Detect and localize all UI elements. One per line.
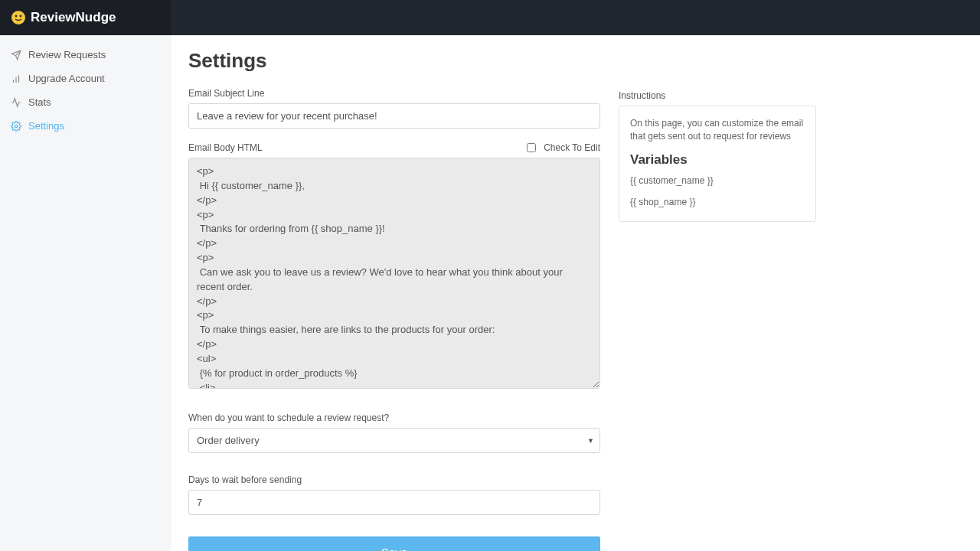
- sidebar-item-settings[interactable]: Settings: [0, 114, 172, 138]
- body-textarea[interactable]: [188, 158, 600, 389]
- schedule-select[interactable]: Order delivery: [188, 428, 600, 453]
- days-label: Days to wait before sending: [188, 474, 600, 485]
- sidebar-item-review-requests[interactable]: Review Requests: [0, 43, 172, 67]
- send-icon: [11, 50, 21, 60]
- svg-point-0: [11, 11, 25, 24]
- sidebar-item-label: Settings: [28, 120, 64, 132]
- sidebar-item-stats[interactable]: Stats: [0, 90, 172, 114]
- body-label: Email Body HTML: [188, 142, 263, 153]
- svg-point-2: [20, 15, 22, 18]
- page-title: Settings: [188, 49, 600, 73]
- sidebar: Review Requests Upgrade Account Stats Se…: [0, 35, 172, 551]
- sidebar-item-upgrade-account[interactable]: Upgrade Account: [0, 67, 172, 90]
- logo-icon: [11, 10, 26, 25]
- activity-icon: [11, 97, 21, 108]
- instructions-heading: Instructions: [619, 90, 816, 101]
- variables-heading: Variables: [630, 152, 805, 168]
- gear-icon: [11, 121, 21, 132]
- sidebar-item-label: Upgrade Account: [28, 73, 105, 84]
- variable-item: {{ customer_name }}: [630, 175, 805, 186]
- subject-input[interactable]: [188, 103, 600, 129]
- instructions-text: On this page, you can customize the emai…: [630, 117, 805, 143]
- subject-label: Email Subject Line: [188, 88, 600, 99]
- svg-point-1: [15, 15, 18, 18]
- logo-region[interactable]: ReviewNudge: [0, 0, 172, 35]
- topbar: ReviewNudge: [0, 0, 980, 35]
- check-to-edit-checkbox[interactable]: [527, 143, 536, 152]
- main-content: Settings Email Subject Line Email Body H…: [172, 35, 980, 551]
- brand-text: ReviewNudge: [31, 10, 116, 25]
- instructions-panel: On this page, you can customize the emai…: [619, 106, 816, 222]
- save-button[interactable]: Save: [188, 536, 600, 551]
- check-to-edit-label: Check To Edit: [544, 142, 600, 153]
- svg-point-6: [15, 125, 18, 128]
- sidebar-item-label: Review Requests: [28, 49, 106, 60]
- bar-chart-icon: [11, 73, 21, 84]
- variable-item: {{ shop_name }}: [630, 197, 805, 207]
- schedule-label: When do you want to schedule a review re…: [188, 412, 600, 423]
- days-input[interactable]: [188, 490, 600, 515]
- sidebar-item-label: Stats: [28, 96, 51, 108]
